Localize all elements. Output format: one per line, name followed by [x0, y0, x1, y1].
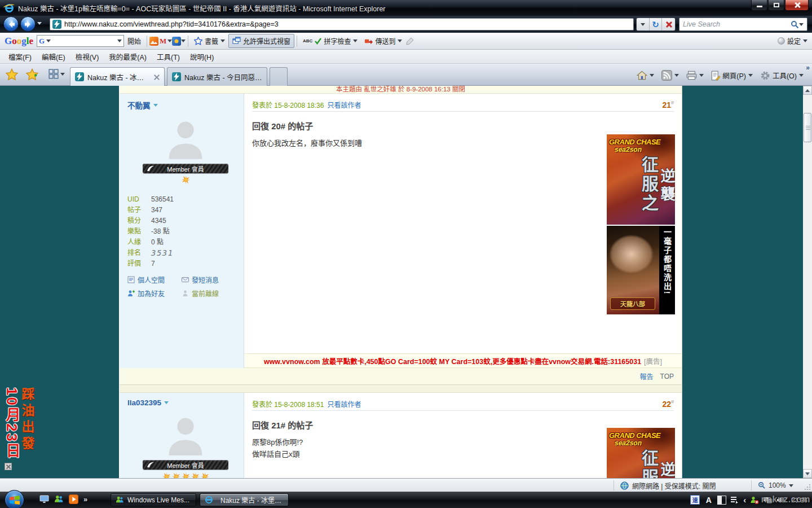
personal-space-link[interactable]: 個人空間 [127, 275, 182, 284]
report-link[interactable]: 報告 [640, 371, 654, 381]
url-input[interactable] [64, 20, 631, 28]
blogger-dropdown[interactable] [181, 40, 186, 42]
chevron-double-icon[interactable]: » [806, 64, 810, 72]
top-link[interactable]: TOP [660, 373, 674, 380]
feeds-button[interactable] [659, 68, 682, 82]
messenger-offline-tray-icon[interactable] [750, 496, 759, 505]
tab-current[interactable]: Nakuz 樂古 - 冰堡1p... [70, 67, 165, 86]
vvnow-ad-strip[interactable]: www.vvnow.com 放最平點數卡,450點GO Card=100蚊 MY… [244, 353, 682, 368]
search-icon[interactable] [791, 20, 799, 29]
ime-menu-icon[interactable] [730, 496, 739, 504]
scroll-down-button[interactable] [803, 469, 812, 478]
post-number[interactable]: 21# [662, 100, 674, 110]
tools-menu-button[interactable]: 工具(O) [757, 68, 806, 82]
zoom-control[interactable]: 100% [758, 479, 793, 492]
maximize-button[interactable] [768, 0, 784, 11]
google-start-button[interactable]: 開始 [124, 34, 144, 47]
address-bar[interactable] [50, 18, 634, 30]
taskbar-button-ie[interactable]: Nakuz 樂古 - 冰堡1... [200, 493, 289, 506]
send-message-link[interactable]: 發短消息 [182, 275, 236, 284]
favorites-button[interactable] [6, 68, 18, 81]
menu-view[interactable]: 檢視(V) [70, 50, 104, 64]
gmail-icon[interactable]: M [158, 37, 167, 46]
toolbar-settings-button[interactable]: 設定 [778, 36, 807, 46]
media-player-icon[interactable] [69, 494, 78, 504]
google-search-type-dropdown[interactable] [46, 40, 51, 42]
member-badge-logo-icon [147, 165, 155, 172]
print-dropdown[interactable] [699, 74, 704, 77]
google-search-input[interactable]: G [37, 35, 124, 47]
home-dropdown[interactable] [650, 74, 654, 77]
vertical-scrollbar[interactable] [803, 86, 812, 478]
forward-button[interactable] [20, 16, 36, 32]
search-input[interactable] [683, 20, 791, 28]
ad-close-button[interactable] [5, 463, 12, 470]
quick-tabs-button[interactable] [48, 69, 59, 79]
grandchase-ad-banner[interactable]: GRAND CHASE sea2son 征服之 逆襲 [607, 428, 675, 478]
photos-icon[interactable] [149, 37, 158, 46]
home-button[interactable] [634, 69, 657, 82]
print-button[interactable] [683, 69, 707, 82]
scroll-up-button[interactable] [803, 86, 812, 95]
ad-text-link[interactable]: www.vvnow.com 放最平點數卡,450點GO Card=100蚊 MY… [264, 356, 641, 366]
minimize-button[interactable] [751, 0, 767, 11]
author-username-link[interactable]: lla032395 [127, 398, 244, 407]
send-to-dropdown[interactable] [398, 40, 402, 42]
feeds-dropdown[interactable] [674, 74, 679, 77]
taskbar-button-messenger[interactable]: Windows Live Mes... [111, 493, 196, 506]
left-floating-ad[interactable]: 10月23日 踩油出發 [5, 387, 41, 470]
start-button[interactable] [5, 490, 24, 508]
ime-speed-icon[interactable]: 速 [690, 495, 700, 505]
tools-menu-dropdown[interactable] [799, 74, 804, 77]
recent-pages-dropdown[interactable] [37, 22, 42, 25]
add-favorite-button[interactable] [26, 68, 38, 81]
tray-collapse-chevron-icon[interactable]: ‹ [743, 495, 746, 505]
close-button[interactable] [785, 0, 809, 11]
new-tab-stub[interactable] [270, 67, 288, 86]
zoom-dropdown[interactable] [789, 484, 793, 487]
add-friend-link[interactable]: 加為好友 [127, 288, 182, 298]
address-dropdown-button[interactable] [637, 18, 650, 30]
page-menu-button[interactable]: 網頁(P) [708, 68, 756, 82]
menu-help[interactable]: 說明(H) [185, 50, 219, 64]
blogger-icon[interactable] [172, 37, 181, 46]
settings-dropdown[interactable] [803, 40, 807, 42]
gmail-dropdown[interactable] [167, 40, 172, 42]
post-body: 發表於 15-8-2008 18:36 只看該作者 21# 回復 20# 的帖子… [244, 94, 682, 353]
show-desktop-icon[interactable] [39, 495, 49, 503]
quick-launch-chevron-icon[interactable]: » [83, 495, 87, 503]
grandchase-ad-banner[interactable]: GRAND CHASE sea2son 征服之 逆襲 [607, 134, 675, 225]
highlighter-icon[interactable] [405, 37, 414, 46]
google-search-history-dropdown[interactable] [117, 40, 122, 42]
chevron-down-icon [153, 104, 158, 107]
tab-background[interactable]: Nakuz 樂古 - 今日同惡人... [167, 67, 267, 86]
stop-button[interactable] [662, 18, 675, 30]
page-menu-dropdown[interactable] [748, 74, 753, 77]
bookmarks-dropdown[interactable] [220, 40, 225, 42]
ime-fullwidth-icon[interactable] [717, 496, 726, 505]
refresh-button[interactable]: ↻ [650, 18, 663, 30]
spellcheck-dropdown[interactable] [353, 40, 358, 42]
tianlong-ad-banner[interactable]: 一毫子都唔洗出! 天龍八部 [607, 226, 675, 314]
menu-tools[interactable]: 工具(T) [152, 50, 185, 64]
back-button[interactable] [3, 16, 19, 32]
live-search-box[interactable] [679, 17, 807, 31]
scrollbar-thumb[interactable] [804, 113, 811, 142]
menu-favorites[interactable]: 我的最愛(A) [104, 50, 152, 64]
author-username-link[interactable]: 不動翼 [127, 99, 244, 111]
send-to-button[interactable]: 傳送到 [361, 34, 405, 47]
menu-file[interactable]: 檔案(F) [3, 50, 37, 64]
tab-label: Nakuz 樂古 - 冰堡1p... [87, 72, 148, 82]
only-author-link[interactable]: 只看該作者 [327, 399, 361, 409]
bookmarks-button[interactable]: 書籤 [191, 34, 228, 47]
spellcheck-button[interactable]: ABC 拼字檢查 [299, 34, 361, 47]
messenger-icon[interactable] [54, 494, 64, 504]
popup-blocker-button[interactable]: 允許彈出式視窗 [228, 34, 294, 48]
tab-list-dropdown[interactable] [60, 73, 65, 76]
only-author-link[interactable]: 只看該作者 [327, 100, 361, 110]
menu-edit[interactable]: 編輯(E) [37, 50, 70, 64]
tab-close-icon[interactable] [153, 74, 160, 80]
search-options-dropdown[interactable] [799, 23, 804, 26]
post-number[interactable]: 22# [662, 399, 674, 409]
ime-letter-icon[interactable]: A [704, 495, 713, 505]
